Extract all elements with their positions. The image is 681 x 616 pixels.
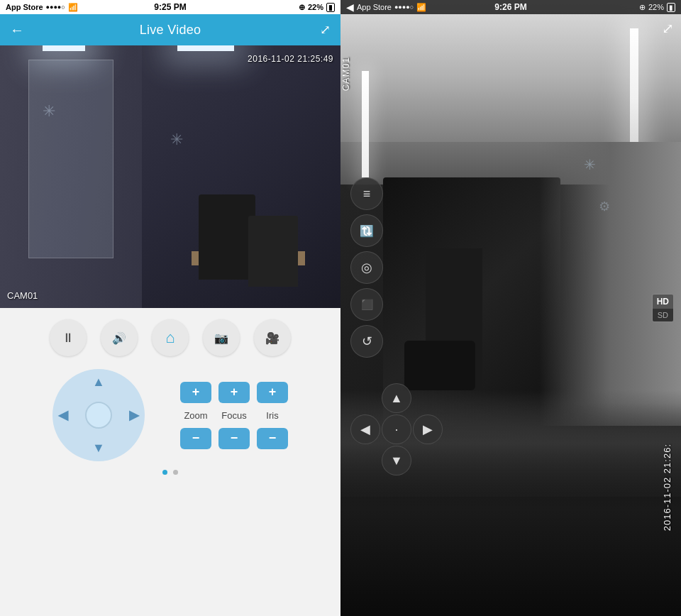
flip-icon: 🔃 bbox=[360, 224, 374, 238]
screen-icon: ⬛ bbox=[361, 299, 373, 310]
time-right: 9:26 PM bbox=[494, 2, 526, 12]
iris-label: Iris bbox=[257, 410, 288, 421]
record-button[interactable]: 🎥 bbox=[254, 319, 291, 356]
time-left: 9:25 PM bbox=[154, 2, 186, 12]
ceiling-light-2 bbox=[177, 45, 234, 51]
right-ptz-right[interactable]: ▶ bbox=[413, 414, 443, 444]
expand-button-left[interactable]: ⤢ bbox=[320, 22, 331, 38]
right-ptz-grid: ▲ ◀ · ▶ ▼ bbox=[350, 383, 443, 475]
bottom-controls: ▲ ▼ ◀ ▶ + + + bbox=[0, 369, 340, 461]
hd-label[interactable]: HD bbox=[653, 295, 673, 309]
snapshot-button[interactable]: 📷 bbox=[203, 319, 240, 356]
focus-plus-button[interactable]: + bbox=[218, 382, 250, 403]
app-store-label-right: App Store bbox=[357, 3, 392, 11]
battery-left: 22% bbox=[308, 3, 323, 11]
ptz-outer: ▲ ▼ ◀ ▶ bbox=[52, 369, 145, 461]
zoom-plus-button[interactable]: + bbox=[180, 382, 211, 403]
iris-minus-icon: − bbox=[269, 431, 277, 446]
right-ptz-up[interactable]: ▲ bbox=[382, 383, 411, 413]
right-panel: ◀ App Store ●●●●○ 📶 9:26 PM ⊕ 22% ▮ ✳ ⚙ bbox=[340, 0, 681, 616]
right-toolbar: ≡ 🔃 ◎ ⬛ ↺ bbox=[350, 177, 383, 358]
expand-button-right[interactable]: ⤢ bbox=[662, 20, 674, 37]
focus-label: Focus bbox=[218, 410, 250, 421]
right-ptz-overlay: ▲ ◀ · ▶ ▼ bbox=[350, 383, 443, 475]
right-ptz-up-icon: ▲ bbox=[390, 391, 403, 406]
sd-label[interactable]: SD bbox=[653, 309, 673, 321]
right-wall bbox=[539, 142, 681, 426]
menu-icon: ≡ bbox=[363, 187, 371, 202]
iris-plus-button[interactable]: + bbox=[257, 382, 288, 403]
zoom-plus-icon: + bbox=[192, 385, 200, 400]
right-ptz-left-icon: ◀ bbox=[360, 422, 370, 437]
zfi-plus-row: + + + bbox=[180, 382, 288, 403]
right-ptz-middle-row: ◀ · ▶ bbox=[350, 414, 443, 444]
battery-icon-right: ▮ bbox=[667, 3, 675, 12]
refresh-icon: ↺ bbox=[362, 334, 372, 349]
page-dots bbox=[162, 470, 178, 475]
volume-button[interactable]: 🔊 bbox=[101, 319, 138, 356]
toolbar-flip-button[interactable]: 🔃 bbox=[350, 214, 383, 247]
home-button[interactable]: ⌂ bbox=[152, 319, 189, 356]
ceiling-light-1 bbox=[43, 45, 85, 51]
right-ptz-right-icon: ▶ bbox=[423, 422, 433, 437]
zoom-minus-button[interactable]: − bbox=[180, 428, 211, 449]
pause-button[interactable]: ⏸ bbox=[50, 319, 87, 356]
ptz-down-arrow[interactable]: ▼ bbox=[92, 441, 105, 456]
status-bar-right: ◀ App Store ●●●●○ 📶 9:26 PM ⊕ 22% ▮ bbox=[340, 0, 681, 14]
iris-plus-icon: + bbox=[269, 385, 277, 400]
ptz-right-arrow[interactable]: ▶ bbox=[129, 407, 139, 423]
location-icon-right: ⊕ bbox=[639, 3, 646, 12]
toolbar-view-button[interactable]: ◎ bbox=[350, 251, 383, 284]
status-right-right: ⊕ 22% ▮ bbox=[639, 3, 675, 12]
back-button[interactable]: ← bbox=[10, 22, 24, 38]
hd-sd-badge: HD SD bbox=[652, 294, 674, 322]
right-ptz-center-icon: · bbox=[394, 422, 398, 437]
status-left: App Store ●●●●○ 📶 bbox=[6, 3, 78, 12]
page-dot-1 bbox=[162, 470, 167, 475]
right-ptz-down[interactable]: ▼ bbox=[382, 446, 411, 475]
ptz-left-arrow[interactable]: ◀ bbox=[58, 407, 68, 423]
view-icon: ◎ bbox=[361, 260, 372, 275]
record-icon: 🎥 bbox=[265, 331, 279, 345]
ptz-wheel[interactable]: ▲ ▼ ◀ ▶ bbox=[52, 369, 145, 461]
signal-dots-left: ●●●●○ bbox=[46, 4, 65, 11]
wifi-icon-left: 📶 bbox=[68, 3, 78, 12]
camera-label-left: CAM01 bbox=[7, 290, 38, 301]
back-icon-right[interactable]: ◀ bbox=[346, 1, 354, 13]
controls-area-left: ⏸ 🔊 ⌂ 📷 🎥 ▲ ▼ ◀ ▶ bbox=[0, 308, 340, 616]
iris-minus-button[interactable]: − bbox=[257, 428, 288, 449]
header-left: ← Live Video ⤢ bbox=[0, 14, 340, 45]
toolbar-refresh-button[interactable]: ↺ bbox=[350, 325, 383, 358]
focus-minus-icon: − bbox=[231, 431, 238, 446]
zoom-minus-icon: − bbox=[192, 431, 200, 446]
battery-icon-left: ▮ bbox=[326, 3, 335, 12]
right-ptz-down-icon: ▼ bbox=[390, 453, 403, 468]
playback-controls: ⏸ 🔊 ⌂ 📷 🎥 bbox=[50, 319, 291, 356]
right-ptz-left[interactable]: ◀ bbox=[350, 414, 380, 444]
page-dot-2 bbox=[173, 470, 178, 475]
left-panel: App Store ●●●●○ 📶 9:25 PM ⊕ 22% ▮ ← Live… bbox=[0, 0, 340, 616]
snapshot-icon: 📷 bbox=[214, 331, 228, 345]
location-icon-left: ⊕ bbox=[299, 3, 305, 12]
gear-icon-right-1: ⚙ bbox=[599, 199, 610, 214]
light-strip-2 bbox=[362, 71, 369, 177]
status-right-left: ⊕ 22% ▮ bbox=[299, 3, 335, 12]
ptz-up-arrow[interactable]: ▲ bbox=[92, 375, 105, 390]
ptz-center-btn[interactable] bbox=[85, 402, 112, 429]
home-icon: ⌂ bbox=[165, 329, 175, 347]
camera-label-right: CAM01 bbox=[340, 57, 353, 91]
toolbar-screen-button[interactable]: ⬛ bbox=[350, 288, 383, 321]
snowflake-icon-2: ✳ bbox=[170, 131, 183, 149]
signal-right: ●●●●○ bbox=[394, 4, 414, 11]
pause-icon: ⏸ bbox=[62, 331, 74, 346]
status-left-right: ◀ App Store ●●●●○ 📶 bbox=[346, 1, 426, 13]
camera-timestamp-left: 2016-11-02 21:25:49 bbox=[248, 54, 333, 64]
right-ptz-center[interactable]: · bbox=[382, 414, 411, 444]
volume-icon: 🔊 bbox=[112, 331, 126, 345]
focus-minus-button[interactable]: − bbox=[218, 428, 250, 449]
toolbar-menu-button[interactable]: ≡ bbox=[350, 177, 383, 210]
battery-right: 22% bbox=[648, 3, 664, 11]
page-title-left: Live Video bbox=[140, 23, 201, 38]
zoom-focus-iris-controls: + + + Zoom Focus Iris bbox=[180, 382, 288, 449]
snowflake-icon-right-1: ✳ bbox=[584, 156, 596, 173]
